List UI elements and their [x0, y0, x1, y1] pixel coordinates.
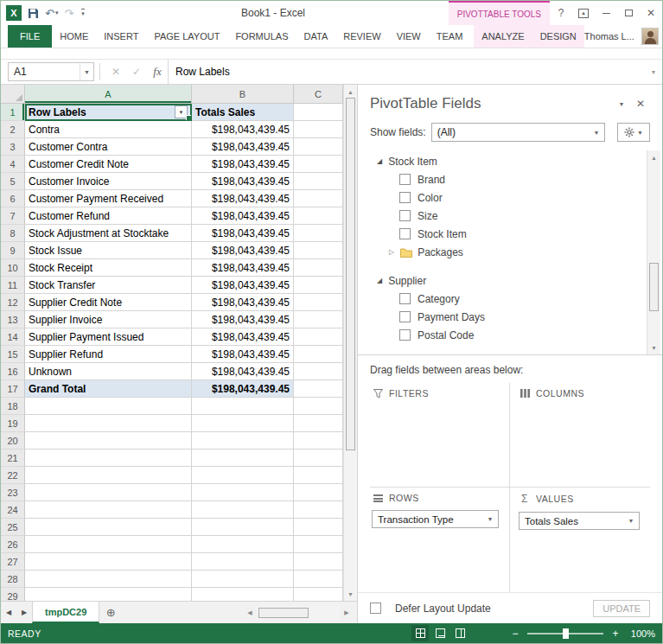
scroll-up-icon[interactable]: ▲: [647, 151, 660, 163]
field-checkbox[interactable]: [399, 311, 411, 322]
grid-cell[interactable]: [192, 571, 294, 588]
selected-cell[interactable]: Row Labels▼: [25, 104, 192, 121]
grid-cell[interactable]: [294, 207, 343, 225]
row-header[interactable]: 9: [1, 242, 25, 259]
zoom-out-button[interactable]: −: [510, 628, 520, 640]
field-checkbox[interactable]: [399, 293, 411, 304]
grid-cell[interactable]: [294, 259, 343, 277]
help-button[interactable]: ?: [550, 1, 572, 25]
grid-cell[interactable]: [25, 536, 192, 553]
grid-cell[interactable]: [25, 415, 192, 432]
redo-button[interactable]: ↷: [64, 7, 73, 20]
grid-cell[interactable]: Unknown: [25, 363, 192, 380]
account-avatar[interactable]: [641, 28, 659, 45]
field-item-category[interactable]: Category: [358, 290, 647, 308]
scroll-left-icon[interactable]: ◀: [243, 609, 257, 616]
row-header[interactable]: 28: [1, 571, 25, 588]
grid-cell[interactable]: [25, 432, 192, 450]
field-item-supplier[interactable]: ◢Supplier: [358, 271, 647, 290]
field-checkbox[interactable]: [399, 228, 411, 239]
grid-cell[interactable]: [294, 277, 343, 294]
row-header[interactable]: 27: [1, 553, 25, 571]
column-header-c[interactable]: C: [294, 85, 343, 104]
account-area[interactable]: Thomas L...: [584, 25, 663, 48]
scroll-up-icon[interactable]: ▲: [344, 86, 357, 98]
tab-data[interactable]: DATA: [296, 25, 336, 48]
close-button[interactable]: ✕: [640, 1, 662, 25]
show-fields-dropdown[interactable]: (All) ▼: [431, 123, 605, 142]
scroll-track[interactable]: [257, 606, 340, 620]
field-item-payment-days[interactable]: Payment Days: [358, 308, 647, 326]
grid-cell[interactable]: Supplier Payment Issued: [25, 328, 192, 346]
page-break-view-button[interactable]: [451, 625, 469, 641]
field-item-packages[interactable]: ▷Packages: [358, 243, 647, 261]
rows-area[interactable]: ROWS Transaction Type▼: [370, 488, 510, 592]
row-header[interactable]: 13: [1, 311, 25, 328]
normal-view-button[interactable]: [411, 625, 429, 641]
update-button[interactable]: UPDATE: [593, 600, 650, 617]
field-checkbox[interactable]: [399, 174, 411, 185]
grid-cell[interactable]: $198,043,439.45: [192, 190, 294, 207]
row-header[interactable]: 14: [1, 328, 25, 346]
grid-cell[interactable]: Totals Sales: [192, 104, 294, 121]
sheet-tab-active[interactable]: tmpDC29: [32, 602, 99, 623]
grid-cell[interactable]: [294, 553, 343, 571]
field-checkbox[interactable]: [399, 329, 411, 341]
row-header[interactable]: 8: [1, 225, 25, 242]
grid-cell[interactable]: [294, 173, 343, 190]
grid-cell[interactable]: $198,043,439.45: [192, 259, 294, 277]
grid-cell[interactable]: [294, 225, 343, 242]
scroll-down-icon[interactable]: ▼: [344, 588, 357, 600]
grid-cell[interactable]: $198,043,439.45: [192, 380, 294, 398]
scroll-thumb[interactable]: [346, 98, 355, 450]
row-header[interactable]: 3: [1, 138, 25, 156]
row-header[interactable]: 6: [1, 190, 25, 207]
grid-cell[interactable]: [294, 363, 343, 380]
page-layout-view-button[interactable]: [431, 625, 449, 641]
zoom-slider-thumb[interactable]: [563, 628, 569, 639]
grid-cell[interactable]: $198,043,439.45: [192, 138, 294, 156]
grid-cell[interactable]: [294, 536, 343, 553]
grid-cell[interactable]: $198,043,439.45: [192, 328, 294, 346]
cancel-button[interactable]: ✕: [105, 66, 126, 78]
grid-cell[interactable]: Customer Credit Note: [25, 156, 192, 173]
grid-cell[interactable]: Customer Refund: [25, 207, 192, 225]
insert-function-button[interactable]: fx: [147, 65, 168, 79]
sheet-nav-right-icon[interactable]: ▶: [16, 602, 32, 623]
row-header[interactable]: 22: [1, 467, 25, 484]
save-icon[interactable]: [28, 8, 39, 19]
grid-cell[interactable]: $198,043,439.45: [192, 311, 294, 328]
chevron-down-icon[interactable]: ▾: [55, 10, 59, 16]
grid-cell[interactable]: [192, 501, 294, 519]
area-field-chip-totals-sales[interactable]: Totals Sales▼: [519, 512, 640, 530]
grid-cell[interactable]: [192, 432, 294, 450]
row-header[interactable]: 18: [1, 398, 25, 415]
grid-cell[interactable]: [294, 588, 343, 601]
grid-cell[interactable]: $198,043,439.45: [192, 173, 294, 190]
field-item-color[interactable]: Color: [358, 188, 647, 207]
field-item-size[interactable]: Size: [358, 207, 647, 225]
sheet-nav-left-icon[interactable]: ◀: [1, 602, 16, 623]
field-item-stock-item[interactable]: ◢Stock Item: [358, 152, 647, 170]
field-checkbox[interactable]: [399, 210, 411, 221]
row-header[interactable]: 25: [1, 519, 25, 536]
grid-cell[interactable]: Customer Payment Received: [25, 190, 192, 207]
grid-cell[interactable]: Stock Transfer: [25, 277, 192, 294]
row-header[interactable]: 21: [1, 450, 25, 467]
grid-cell[interactable]: [294, 311, 343, 328]
columns-area[interactable]: COLUMNS: [510, 383, 650, 488]
grid-cell[interactable]: Stock Receipt: [25, 259, 192, 277]
tab-view[interactable]: VIEW: [389, 25, 429, 48]
expanded-triangle-icon[interactable]: ◢: [377, 157, 382, 165]
zoom-slider[interactable]: [527, 633, 603, 634]
area-field-chip-transaction-type[interactable]: Transaction Type▼: [372, 510, 499, 528]
grid-cell[interactable]: [192, 519, 294, 536]
grid-cell[interactable]: [294, 380, 343, 398]
grid-cell[interactable]: [192, 415, 294, 432]
grid-cell[interactable]: Supplier Credit Note: [25, 294, 192, 311]
maximize-button[interactable]: [617, 1, 640, 25]
row-header[interactable]: 10: [1, 259, 25, 277]
grid-cell[interactable]: [192, 553, 294, 571]
grid-cell[interactable]: Supplier Invoice: [25, 311, 192, 328]
grid-cell[interactable]: Customer Contra: [25, 138, 192, 156]
